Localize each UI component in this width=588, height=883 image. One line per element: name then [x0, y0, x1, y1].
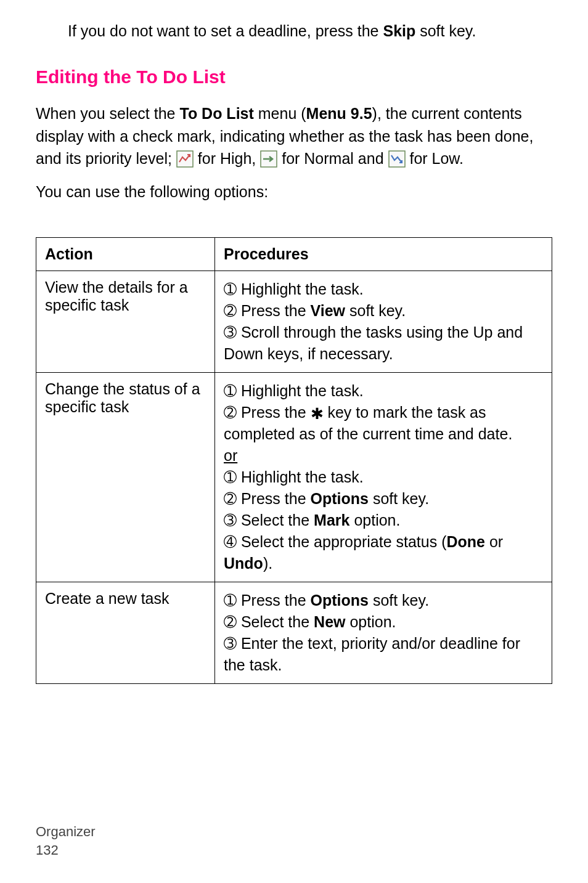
star-key-icon: ✱	[311, 402, 324, 423]
header-action: Action	[36, 238, 215, 271]
footer-section: Organizer	[36, 824, 96, 840]
intro-options: You can use the following options:	[36, 181, 552, 203]
table-row: Change the status of a specific task ➀ H…	[36, 373, 552, 582]
text: option.	[345, 613, 396, 630]
table-header-row: Action Procedures	[36, 238, 552, 271]
table-row: View the details for a specific task ➀ H…	[36, 271, 552, 373]
text: ➀ Highlight the task.	[224, 280, 364, 298]
text: soft key.	[369, 490, 429, 507]
proc-cell: ➀ Press the Options soft key. ➁ Select t…	[215, 582, 552, 684]
bold: Undo	[224, 555, 263, 572]
text: ➂ Enter the text, priority and/or deadli…	[224, 635, 520, 673]
text: ➁ Press the	[224, 302, 311, 319]
action-cell: Create a new task	[36, 582, 215, 684]
text: ➁ Select the	[224, 613, 314, 630]
intro-paragraph: When you select the To Do List menu (Men…	[36, 102, 552, 169]
text: for High,	[194, 150, 260, 167]
priority-low-icon	[388, 150, 406, 168]
priority-high-icon	[176, 150, 194, 168]
text: option.	[349, 511, 400, 529]
text: ➀ Highlight the task.	[224, 382, 364, 399]
section-heading: Editing the To Do List	[36, 67, 552, 87]
bold: New	[314, 613, 345, 630]
text: ➂ Scroll through the tasks using the Up …	[224, 323, 523, 362]
text: ➃ Select the appropriate status (	[224, 533, 446, 550]
text: When you select the	[36, 105, 179, 122]
page-number: 132	[36, 842, 96, 858]
text: ).	[263, 555, 272, 572]
text: ➁ Press the	[224, 404, 311, 421]
procedures-table: Action Procedures View the details for a…	[36, 237, 552, 684]
header-procedures: Procedures	[215, 238, 552, 271]
bold: Done	[446, 533, 485, 550]
bold: Menu 9.5	[306, 105, 372, 122]
bold: View	[311, 302, 346, 319]
text: for Normal and	[277, 150, 388, 167]
bold: Options	[311, 490, 369, 507]
text: soft key.	[345, 302, 406, 319]
text: ➁ Press the	[224, 490, 311, 507]
text: If you do not want to set a deadline, pr…	[68, 22, 383, 39]
page-footer: Organizer 132	[36, 824, 96, 858]
text: soft key.	[415, 22, 476, 39]
or-underline: or	[224, 447, 237, 464]
bold: To Do List	[179, 105, 253, 122]
proc-cell: ➀ Highlight the task. ➁ Press the View s…	[215, 271, 552, 373]
action-cell: View the details for a specific task	[36, 271, 215, 373]
intro-skip: If you do not want to set a deadline, pr…	[68, 20, 552, 42]
action-cell: Change the status of a specific task	[36, 373, 215, 582]
priority-normal-icon	[260, 150, 277, 168]
text: ➂ Select the	[224, 511, 314, 529]
text: ➀ Press the	[224, 592, 311, 609]
bold: Mark	[314, 511, 349, 529]
text: for Low.	[406, 150, 464, 167]
text: or	[485, 533, 503, 550]
text: ➀ Highlight the task.	[224, 468, 364, 486]
svg-rect-3	[389, 151, 405, 167]
table-row: Create a new task ➀ Press the Options so…	[36, 582, 552, 684]
bold: Options	[311, 592, 369, 609]
text: menu (	[254, 105, 306, 122]
text: soft key.	[369, 592, 429, 609]
skip-bold: Skip	[383, 22, 415, 39]
proc-cell: ➀ Highlight the task. ➁ Press the ✱ key …	[215, 373, 552, 582]
